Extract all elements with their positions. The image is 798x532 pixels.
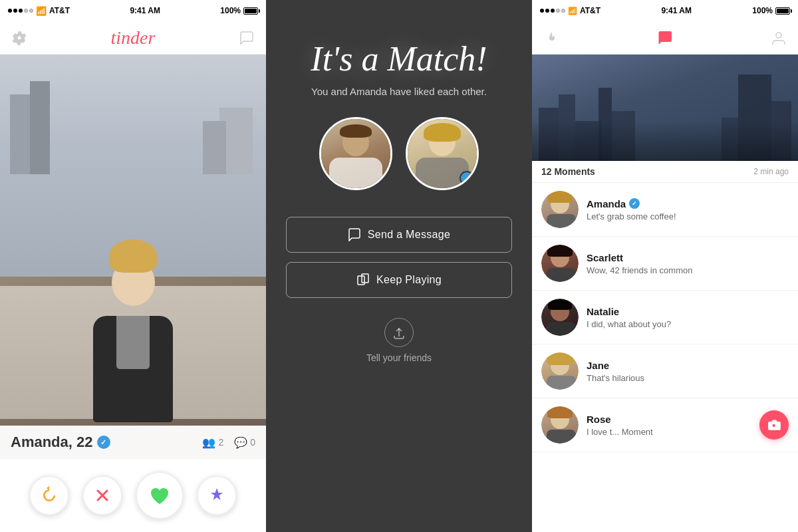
amanda-hair bbox=[547, 191, 573, 203]
scarlett-message-content: Scarlett Wow, 42 friends in common bbox=[587, 252, 789, 275]
messages-icon-left[interactable] bbox=[238, 29, 255, 47]
profile-card[interactable]: Amanda, 22 ✓ 👥 2 💬 0 bbox=[0, 55, 266, 459]
signal-dot-3 bbox=[19, 9, 23, 13]
left-carrier-area: 📶 AT&T bbox=[8, 6, 70, 16]
action-buttons-bar bbox=[0, 459, 266, 532]
rose-body bbox=[547, 430, 576, 444]
profile-icon-right[interactable] bbox=[770, 29, 787, 47]
rose-name: Rose bbox=[587, 414, 789, 425]
like-button[interactable] bbox=[136, 471, 184, 519]
match-action-buttons: Send a Message Keep Playing bbox=[286, 217, 512, 298]
user-avatar bbox=[319, 117, 392, 190]
wifi-icon: 📶 bbox=[36, 6, 47, 16]
jane-figure bbox=[547, 356, 573, 390]
match-verified-badge: ✓ bbox=[460, 171, 474, 186]
rose-hair bbox=[547, 406, 573, 418]
scarlett-head bbox=[551, 249, 569, 267]
rewind-button[interactable] bbox=[29, 475, 69, 515]
rose-avatar bbox=[541, 406, 579, 444]
natalie-message-content: Natalie I did, what about you? bbox=[587, 306, 789, 329]
svg-rect-2 bbox=[358, 276, 364, 285]
left-top-nav: tinder bbox=[0, 21, 266, 55]
left-status-bar: 📶 AT&T 9:41 AM 100% bbox=[0, 0, 266, 21]
scarlett-name: Scarlett bbox=[587, 252, 789, 263]
left-time: 9:41 AM bbox=[130, 6, 160, 15]
amanda-head bbox=[551, 195, 569, 213]
person-figure bbox=[93, 239, 173, 422]
tell-friends-button[interactable]: Tell your friends bbox=[366, 318, 432, 363]
mutual-friends: 👥 2 bbox=[202, 436, 223, 449]
right-wifi-icon: 📶 bbox=[568, 7, 577, 15]
interests-icon: 💬 bbox=[234, 436, 247, 449]
user-body bbox=[329, 158, 382, 190]
natalie-figure bbox=[547, 303, 573, 336]
building-2 bbox=[30, 81, 50, 174]
scarlett-preview: Wow, 42 friends in common bbox=[587, 265, 789, 275]
match-person-avatar: ✓ bbox=[406, 117, 479, 190]
message-item-natalie[interactable]: Natalie I did, what about you? bbox=[532, 291, 798, 344]
right-battery-area: 100% bbox=[752, 6, 790, 15]
amanda-avatar bbox=[541, 191, 579, 228]
boost-button[interactable] bbox=[197, 475, 237, 515]
message-item-scarlett[interactable]: Scarlett Wow, 42 friends in common bbox=[532, 237, 798, 291]
right-panel: 📶 AT&T 9:41 AM 100% bbox=[532, 0, 798, 532]
jane-preview: That's hilarious bbox=[587, 373, 789, 383]
tell-friends-label: Tell your friends bbox=[366, 352, 432, 363]
right-carrier: AT&T bbox=[580, 6, 600, 15]
jane-avatar bbox=[541, 352, 579, 390]
natalie-head bbox=[551, 303, 569, 321]
settings-button[interactable] bbox=[11, 29, 28, 47]
send-message-button[interactable]: Send a Message bbox=[286, 217, 512, 253]
messages-list: Amanda ✓ Let's grab some coffee! bbox=[532, 183, 798, 532]
card-name-age: Amanda, 22 ✓ bbox=[11, 434, 110, 451]
moments-overlay bbox=[532, 121, 798, 161]
friends-count: 2 bbox=[218, 437, 223, 448]
amanda-preview: Let's grab some coffee! bbox=[587, 211, 789, 221]
signal-dot-1 bbox=[8, 9, 12, 13]
right-status-bar: 📶 AT&T 9:41 AM 100% bbox=[532, 0, 798, 21]
card-meta: 👥 2 💬 0 bbox=[202, 436, 255, 449]
shirt bbox=[116, 316, 150, 369]
jacket bbox=[93, 316, 173, 422]
match-avatars: ✓ bbox=[319, 117, 479, 190]
jane-message-content: Jane That's hilarious bbox=[587, 360, 789, 383]
jane-avatar-img bbox=[541, 352, 579, 390]
message-item-jane[interactable]: Jane That's hilarious bbox=[532, 344, 798, 398]
right-battery-pct: 100% bbox=[752, 6, 773, 15]
interests-count: 0 bbox=[250, 437, 255, 448]
natalie-preview: I did, what about you? bbox=[587, 319, 789, 329]
user-avatar-photo bbox=[321, 119, 390, 188]
keep-playing-button[interactable]: Keep Playing bbox=[286, 262, 512, 298]
scarlett-figure bbox=[547, 249, 573, 282]
user-figure bbox=[329, 128, 382, 188]
rose-head bbox=[551, 410, 569, 429]
keep-playing-label: Keep Playing bbox=[376, 274, 442, 286]
profile-card-area: Amanda, 22 ✓ 👥 2 💬 0 bbox=[0, 55, 266, 459]
right-time: 9:41 AM bbox=[661, 6, 692, 15]
match-head bbox=[429, 128, 456, 156]
verified-badge: ✓ bbox=[97, 436, 110, 449]
hair bbox=[109, 239, 157, 273]
signal-dot-2 bbox=[13, 9, 17, 13]
mutual-interests: 💬 0 bbox=[234, 436, 255, 449]
signal-dot-4 bbox=[24, 9, 28, 13]
rose-message-content: Rose I love t... Moment bbox=[587, 414, 789, 437]
flame-icon[interactable] bbox=[543, 29, 560, 47]
jane-name: Jane bbox=[587, 360, 789, 371]
message-item-rose[interactable]: Rose I love t... Moment bbox=[532, 398, 798, 452]
message-item-amanda[interactable]: Amanda ✓ Let's grab some coffee! bbox=[532, 183, 798, 237]
svg-rect-3 bbox=[362, 274, 368, 283]
camera-badge[interactable] bbox=[759, 410, 789, 440]
moments-count: 12 Moments bbox=[541, 166, 595, 177]
match-title: It's a Match! bbox=[311, 40, 487, 78]
friends-icon: 👥 bbox=[202, 436, 215, 449]
scarlett-hair bbox=[547, 245, 573, 257]
scarlett-avatar-img bbox=[541, 245, 579, 282]
send-message-label: Send a Message bbox=[368, 229, 450, 241]
middle-panel: It's a Match! You and Amanda have liked … bbox=[266, 0, 532, 532]
moments-time: 2 min ago bbox=[753, 167, 789, 176]
messages-badge[interactable] bbox=[656, 29, 674, 47]
nope-button[interactable] bbox=[82, 475, 122, 515]
moments-banner[interactable] bbox=[532, 55, 798, 161]
left-battery-area: 100% bbox=[220, 6, 258, 15]
